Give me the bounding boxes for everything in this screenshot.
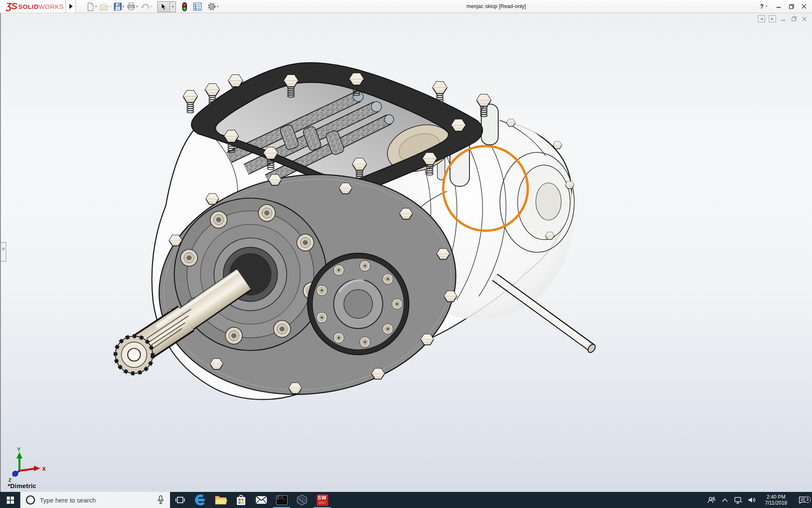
gear-icon — [207, 2, 216, 11]
microphone-icon[interactable] — [157, 495, 164, 505]
command-prompt-label: C:\_ — [277, 496, 285, 500]
new-document-button[interactable]: ▾ — [87, 3, 97, 11]
cortana-icon — [25, 495, 36, 505]
cursor-arrow-icon — [161, 3, 167, 11]
edrawings-gem-icon — [296, 494, 308, 506]
app-restore-button[interactable] — [786, 1, 797, 11]
document-window-controls: ◀ ▶ — [758, 15, 808, 22]
app-minimize-button[interactable] — [773, 1, 784, 11]
quick-access-toolbar: ▾ ▾ ▾ — [87, 0, 221, 13]
play-arrow-icon — [69, 3, 73, 9]
select-tool-caret[interactable]: ▾ — [170, 1, 176, 12]
view-traffic-light-button[interactable] — [182, 2, 187, 11]
windows-taskbar: Type here to search — [0, 492, 812, 508]
search-placeholder-text: Type here to search — [40, 497, 96, 504]
select-tool-button[interactable]: ▾ — [157, 1, 176, 12]
panel-handle-dot-icon — [2, 248, 5, 250]
network-icon — [734, 497, 743, 504]
people-icon — [707, 497, 716, 503]
doc-minimize-button[interactable] — [780, 16, 787, 22]
doc-restore-button[interactable] — [790, 16, 797, 22]
gearbox-model: Y X Z — [1, 13, 812, 492]
options-button[interactable]: ▾ — [207, 2, 219, 11]
volume-button[interactable] — [745, 497, 759, 503]
doc-close-button[interactable] — [801, 16, 808, 22]
hidden-icons-button[interactable] — [718, 498, 732, 502]
axis-x-label: X — [42, 466, 46, 472]
mail-icon — [255, 496, 267, 504]
spline-end-face — [115, 336, 153, 373]
people-button[interactable] — [705, 497, 718, 503]
open-folder-icon — [99, 3, 109, 11]
taskbar-item-edge[interactable] — [190, 492, 211, 508]
clock-time: 2:40 PM — [767, 494, 786, 500]
action-center-button[interactable]: 3 — [793, 496, 812, 504]
options-caret[interactable]: ▾ — [217, 5, 219, 8]
solidworks-window: ƷS SOLID WORKS ▾ ▾ — [0, 0, 812, 508]
select-tool-pressed-box[interactable] — [157, 1, 170, 12]
open-document-caret[interactable]: ▾ — [110, 5, 111, 8]
solidworks-icon-year: 2017 — [317, 501, 328, 505]
edge-browser-icon — [194, 494, 207, 506]
feature-manager-collapsed-tab[interactable] — [1, 242, 6, 262]
menu-flyout-button[interactable] — [66, 0, 76, 13]
file-explorer-icon — [214, 494, 227, 505]
store-icon — [236, 494, 247, 506]
solidworks-icon-letters: SW — [317, 494, 328, 501]
orientation-triad: Y X Z — [8, 446, 46, 483]
taskbar-item-edrawings[interactable] — [292, 492, 312, 508]
task-view-button[interactable] — [170, 492, 190, 508]
chevron-up-icon — [722, 498, 728, 502]
close-icon — [801, 4, 807, 9]
save-button[interactable]: ▾ — [114, 3, 124, 11]
logo-solid-text: SOLID — [18, 3, 38, 10]
previous-pane-button[interactable]: ◀ — [758, 15, 765, 22]
network-button[interactable] — [732, 497, 745, 504]
solidworks-app-icon: SW 2017 — [317, 494, 328, 506]
next-pane-button[interactable]: ▶ — [769, 15, 776, 22]
new-document-caret[interactable]: ▾ — [95, 5, 97, 8]
axis-y-label: Y — [17, 446, 21, 453]
undo-button[interactable]: ▾ — [140, 3, 152, 11]
command-prompt-icon: C:\_ — [276, 495, 288, 505]
restore-icon — [789, 4, 794, 9]
system-tray: 2:40 PM 7/11/2018 3 — [705, 492, 812, 508]
document-title: menjac sklop [Read-only] — [466, 3, 526, 9]
help-button[interactable]: ? — [760, 3, 764, 10]
taskbar-item-file-explorer[interactable] — [211, 492, 231, 508]
clock-date: 7/11/2018 — [765, 500, 787, 506]
print-caret[interactable]: ▾ — [136, 5, 138, 8]
solidworks-logo: ƷS SOLID WORKS — [0, 0, 66, 13]
notification-badge: 3 — [804, 496, 811, 503]
display-settings-button[interactable] — [193, 3, 202, 11]
save-floppy-icon — [114, 3, 122, 11]
logo-3s-icon: ƷS — [6, 1, 17, 12]
taskbar-item-store[interactable] — [231, 492, 251, 508]
print-button[interactable]: ▾ — [127, 3, 138, 11]
taskbar-item-mail[interactable] — [251, 492, 272, 508]
logo-works-text: WORKS — [38, 3, 63, 10]
intermediate-bearing-cover — [307, 253, 409, 355]
app-close-button[interactable] — [798, 1, 809, 11]
undo-arrow-icon — [140, 3, 150, 11]
taskbar-clock[interactable]: 2:40 PM 7/11/2018 — [761, 494, 791, 506]
taskbar-item-solidworks[interactable]: SW 2017 — [312, 492, 332, 508]
graphics-viewport[interactable]: Y X Z *Dimetric — [0, 13, 812, 492]
windows-logo-icon — [7, 497, 14, 504]
save-caret[interactable]: ▾ — [123, 5, 124, 8]
titlebar: ƷS SOLID WORKS ▾ ▾ — [0, 0, 812, 13]
taskbar-item-command-prompt[interactable]: C:\_ — [272, 492, 292, 508]
undo-caret[interactable]: ▾ — [151, 5, 152, 8]
display-pane-list-icon — [193, 3, 202, 11]
speaker-icon — [748, 497, 756, 503]
input-bearing-retainer — [174, 198, 326, 351]
traffic-light-icon — [182, 2, 187, 11]
new-document-icon — [87, 3, 94, 11]
taskbar-search-box[interactable]: Type here to search — [20, 492, 170, 508]
start-button[interactable] — [0, 492, 20, 508]
app-window-controls: ? ▾ — [760, 0, 809, 13]
help-caret[interactable]: ▾ — [765, 5, 767, 8]
view-orientation-label: *Dimetric — [8, 482, 36, 489]
printer-icon — [127, 3, 135, 11]
open-document-button[interactable]: ▾ — [99, 3, 111, 11]
